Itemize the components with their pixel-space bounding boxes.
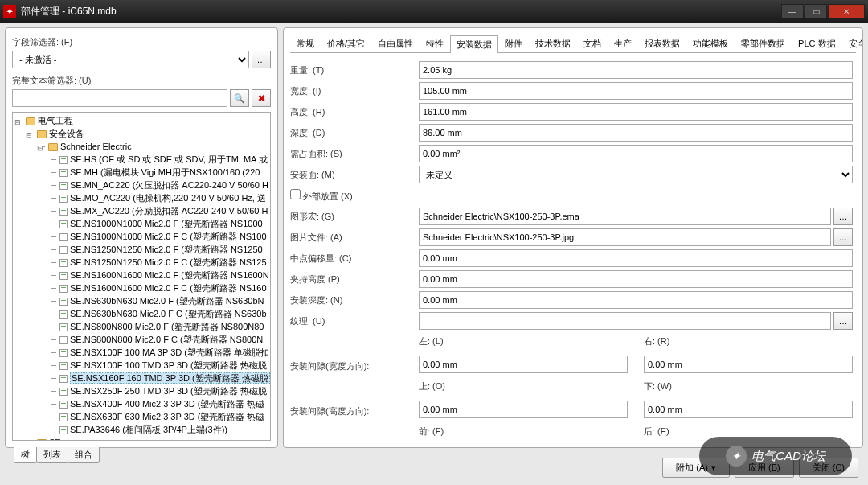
tab-list[interactable]: 列表	[36, 447, 68, 463]
tab-2[interactable]: 自由属性	[371, 35, 420, 52]
window-title: 部件管理 - iC65N.mdb	[21, 5, 781, 18]
tree-item[interactable]: SE.MO_AC220 (电操机构,220-240 V 50/60 Hz, 送	[48, 191, 268, 204]
extras-button[interactable]: 附加 (A) ▾	[662, 458, 730, 478]
area-input[interactable]	[419, 145, 853, 162]
tree-item[interactable]: SE.NSX100F 100 TMD 3P 3D (塑壳断路器 热磁脱	[48, 359, 268, 372]
tab-9[interactable]: 报表数据	[638, 35, 686, 52]
top-sublabel: 上: (O)	[419, 380, 628, 393]
close-dialog-button[interactable]: 关闭 (C)	[799, 458, 858, 478]
clearance-left-input[interactable]	[419, 356, 628, 373]
minimize-button[interactable]: —	[781, 4, 804, 18]
clamp-height-input[interactable]	[419, 270, 853, 288]
height-input[interactable]	[419, 103, 853, 121]
tree-group[interactable]: 安全设备Schneider ElectricSE.HS (OF 或 SD 或 S…	[26, 127, 268, 436]
tree-item[interactable]: SE.NSX250F 250 TMD 3P 3D (塑壳断路器 热磁脱	[48, 384, 268, 397]
left-panel: 字段筛选器: (F) - 未激活 - … 完整文本筛选器: (U) 🔍 ✖ 电气…	[5, 27, 278, 448]
tree-root[interactable]: 电气工程安全设备Schneider ElectricSE.HS (OF 或 SD…	[14, 114, 268, 441]
mid-offset-label: 中点偏移量: (C)	[290, 253, 419, 265]
mount-depth-label: 安装深度: (N)	[290, 294, 419, 306]
back-sublabel: 后: (E)	[644, 425, 853, 438]
tab-combo[interactable]: 组合	[68, 447, 100, 463]
part-icon	[59, 362, 68, 370]
clearance-w-label: 安装间隙(宽度方向):	[290, 360, 419, 372]
tab-6[interactable]: 技术数据	[529, 35, 577, 52]
tab-1[interactable]: 价格/其它	[321, 35, 371, 52]
tree-item[interactable]: SE.NSX160F 160 TMD 3P 3D (塑壳断路器 热磁脱	[48, 372, 268, 384]
tree-item[interactable]: SE.NS1000N1000 Mic2.0 F (塑壳断路器 NS1000	[48, 217, 268, 230]
parts-tree[interactable]: 电气工程安全设备Schneider ElectricSE.HS (OF 或 SD…	[12, 112, 271, 441]
clearance-top-input[interactable]	[419, 401, 628, 418]
texture-input[interactable]	[419, 312, 831, 330]
clear-filter-button[interactable]: ✖	[252, 89, 271, 107]
part-icon	[59, 375, 68, 383]
tree-item[interactable]: SE.NS630bN630 Mic2.0 F C (塑壳断路器 NS630b	[48, 307, 268, 320]
weight-label: 重量: (T)	[290, 64, 419, 76]
tab-10[interactable]: 功能模板	[686, 35, 735, 52]
tab-13[interactable]: 安全值	[842, 35, 863, 52]
install-data-form: 重量: (T) 宽度: (I) 高度: (H) 深度: (D) 需占面积: (S…	[290, 61, 856, 441]
macro-browse-button[interactable]: …	[833, 208, 853, 225]
tab-11[interactable]: 零部件数据	[735, 35, 792, 52]
tree-item[interactable]: SE.NS630bN630 Mic2.0 F (塑壳断路器 NS630bN	[48, 294, 268, 307]
tab-0[interactable]: 常规	[290, 35, 321, 52]
part-icon	[59, 336, 68, 344]
part-icon	[59, 310, 68, 319]
tree-item[interactable]: SE.MX_AC220 (分励脱扣器 AC220-240 V 50/60 H	[48, 204, 268, 217]
tree-vendor[interactable]: Schneider ElectricSE.HS (OF 或 SD 或 SDE 或…	[37, 140, 268, 436]
weight-input[interactable]	[419, 61, 853, 79]
clearance-bottom-input[interactable]	[644, 401, 853, 418]
tree-item[interactable]: SE.NS1250N1250 Mic2.0 F C (塑壳断路器 NS125	[48, 256, 268, 269]
tree-item[interactable]: SE.NSX100F 100 MA 3P 3D (塑壳断路器 单磁脱扣	[48, 346, 268, 359]
depth-input[interactable]	[419, 124, 853, 142]
mid-offset-input[interactable]	[419, 249, 853, 267]
part-icon	[59, 323, 68, 331]
tree-item[interactable]: SE.NS800N800 Mic2.0 F (塑壳断路器 NS800N80	[48, 320, 268, 333]
part-icon	[59, 426, 68, 434]
search-button[interactable]: 🔍	[230, 89, 249, 107]
image-browse-button[interactable]: …	[833, 228, 853, 246]
tree-item[interactable]: SE.MN_AC220 (欠压脱扣器 AC220-240 V 50/60 H	[48, 179, 268, 191]
tree-item[interactable]: SE.PA33646 (相间隔板 3P/4P上端(3件))	[48, 423, 268, 436]
front-sublabel: 前: (F)	[419, 425, 628, 438]
tree-sibling[interactable]: SE	[26, 436, 268, 441]
texture-browse-button[interactable]: …	[833, 312, 853, 330]
mount-surface-select[interactable]: 未定义	[419, 166, 853, 183]
mount-depth-input[interactable]	[419, 291, 853, 309]
close-button[interactable]: ✕	[828, 4, 865, 18]
tree-item[interactable]: SE.NSX400F 400 Mic2.3 3P 3D (塑壳断路器 热磁	[48, 397, 268, 410]
tree-item[interactable]: SE.NS1600N1600 Mic2.0 F (塑壳断路器 NS1600N	[48, 269, 268, 282]
field-filter-label: 字段筛选器: (F)	[12, 36, 271, 48]
part-icon	[59, 401, 68, 409]
fulltext-filter-input[interactable]	[12, 89, 227, 107]
part-icon	[59, 246, 68, 254]
tree-item[interactable]: SE.NS1250N1250 Mic2.0 F (塑壳断路器 NS1250	[48, 243, 268, 256]
tab-tree[interactable]: 树	[14, 447, 37, 463]
external-checkbox[interactable]	[290, 189, 301, 199]
macro-input[interactable]	[419, 208, 831, 225]
tab-12[interactable]: PLC 数据	[792, 35, 841, 52]
apply-button[interactable]: 应用 (B)	[735, 458, 794, 478]
part-icon	[59, 233, 68, 241]
folder-icon	[37, 439, 47, 441]
tab-7[interactable]: 文档	[577, 35, 608, 52]
title-bar: ✦ 部件管理 - iC65N.mdb — ▭ ✕	[0, 0, 868, 23]
tab-3[interactable]: 特性	[420, 35, 450, 52]
field-filter-browse-button[interactable]: …	[252, 51, 271, 68]
part-icon	[59, 413, 68, 421]
maximize-button[interactable]: ▭	[805, 4, 827, 18]
tree-item[interactable]: SE.NS800N800 Mic2.0 F C (塑壳断路器 NS800N	[48, 333, 268, 346]
width-input[interactable]	[419, 82, 853, 100]
tab-4[interactable]: 安装数据	[450, 35, 498, 53]
tab-5[interactable]: 附件	[498, 35, 529, 52]
tab-8[interactable]: 生产	[608, 35, 638, 52]
depth-label: 深度: (D)	[290, 127, 419, 139]
clearance-right-input[interactable]	[644, 356, 853, 373]
field-filter-select[interactable]: - 未激活 -	[12, 51, 249, 68]
tree-item[interactable]: SE.HS (OF 或 SD 或 SDE 或 SDV, 用于TM, MA 或	[48, 153, 268, 166]
image-input[interactable]	[419, 228, 831, 246]
tree-item[interactable]: SE.MH (漏电模块 Vigi MH用于NSX100/160 (220	[48, 166, 268, 179]
tree-item[interactable]: SE.NS1000N1000 Mic2.0 F C (塑壳断路器 NS100	[48, 230, 268, 243]
tree-item[interactable]: SE.NS1600N1600 Mic2.0 F C (塑壳断路器 NS160	[48, 282, 268, 294]
tree-item[interactable]: SE.NSX630F 630 Mic2.3 3P 3D (塑壳断路器 热磁	[48, 410, 268, 423]
width-label: 宽度: (I)	[290, 85, 419, 97]
